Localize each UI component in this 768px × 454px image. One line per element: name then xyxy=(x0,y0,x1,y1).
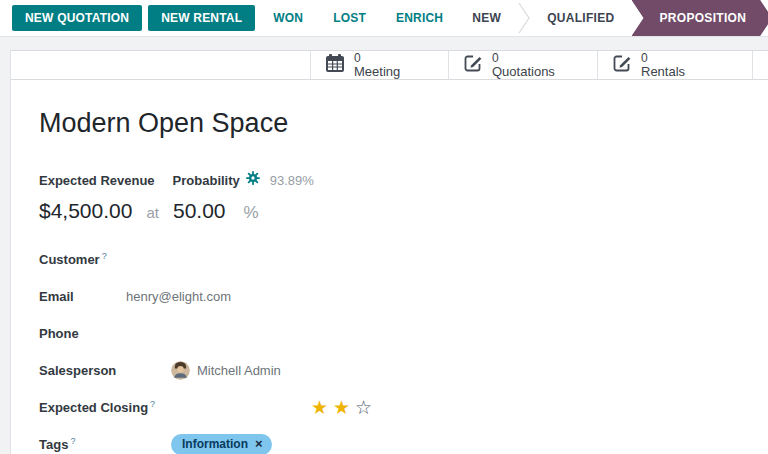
edit-document-icon xyxy=(463,53,483,77)
star-icon[interactable]: ☆ xyxy=(355,398,372,417)
opportunity-title[interactable]: Modern Open Space xyxy=(39,108,748,139)
lost-button[interactable]: LOST xyxy=(321,5,378,31)
salesperson-label: Salesperson xyxy=(39,363,171,378)
rentals-label: Rentals xyxy=(641,65,685,79)
revenue-labels-row: Expected Revenue Probability xyxy=(39,171,748,189)
tags-field-row: Tags? Information × xyxy=(39,432,748,454)
quotations-count: 0 xyxy=(492,51,555,65)
rentals-count: 0 xyxy=(641,51,685,65)
expected-closing-label: Expected Closing? xyxy=(39,399,171,415)
priority-stars: ★ ★ ☆ xyxy=(311,398,372,417)
customer-label: Customer? xyxy=(39,251,126,267)
quotations-label: Quotations xyxy=(492,65,555,79)
statusbar-buttons: NEW QUOTATION NEW RENTAL WON LOST ENRICH xyxy=(12,0,455,36)
gear-icon[interactable] xyxy=(246,171,260,189)
chevron-right-icon xyxy=(518,0,530,36)
form-view: 0 Meeting 0 Quotations xyxy=(10,50,768,454)
star-icon[interactable]: ★ xyxy=(333,398,350,417)
stage-new[interactable]: NEW xyxy=(455,0,518,36)
salesperson-field-row: Salesperson Mitchell Admin xyxy=(39,358,748,382)
tag-remove-icon[interactable]: × xyxy=(255,438,263,449)
stage-pipeline: NEW QUALIFIED PROPOSITION WON xyxy=(455,0,768,36)
help-icon: ? xyxy=(150,399,155,409)
revenue-values-row: $4,500.00 at 50.00 % xyxy=(39,199,748,223)
help-icon: ? xyxy=(102,251,107,261)
probability-auto-value: 93.89% xyxy=(270,173,314,188)
new-rental-button[interactable]: NEW RENTAL xyxy=(148,5,255,31)
phone-field-row: Phone xyxy=(39,321,748,345)
email-input[interactable]: henry@elight.com xyxy=(126,289,231,304)
salesperson-name: Mitchell Admin xyxy=(197,363,281,378)
new-quotation-button[interactable]: NEW QUOTATION xyxy=(12,5,142,31)
statusbar: NEW QUOTATION NEW RENTAL WON LOST ENRICH… xyxy=(0,0,768,37)
probability-input[interactable]: 50.00 xyxy=(173,199,226,223)
customer-field-row: Customer? xyxy=(39,247,748,271)
rentals-stat-button[interactable]: 0 Rentals xyxy=(597,51,753,79)
salesperson-input[interactable]: Mitchell Admin xyxy=(171,361,281,380)
meeting-stat-button[interactable]: 0 Meeting xyxy=(310,51,448,79)
help-icon: ? xyxy=(70,436,75,446)
email-field-row: Email henry@elight.com xyxy=(39,284,748,308)
stat-button-box: 0 Meeting 0 Quotations xyxy=(11,50,768,80)
won-button[interactable]: WON xyxy=(261,5,315,31)
meeting-count: 0 xyxy=(354,51,400,65)
tags-label: Tags? xyxy=(39,436,171,452)
tag-information[interactable]: Information × xyxy=(171,434,272,454)
expected-revenue-input[interactable]: $4,500.00 xyxy=(39,199,132,223)
tag-label: Information xyxy=(182,437,248,451)
expected-revenue-label: Expected Revenue xyxy=(39,173,155,188)
stage-proposition-active[interactable]: PROPOSITION xyxy=(632,0,768,36)
avatar xyxy=(171,361,190,380)
stage-qualified[interactable]: QUALIFIED xyxy=(530,0,631,36)
star-icon[interactable]: ★ xyxy=(311,398,328,417)
email-label: Email xyxy=(39,289,126,304)
calendar-icon xyxy=(325,53,345,77)
edit-document-icon xyxy=(612,53,632,77)
meeting-label: Meeting xyxy=(354,65,400,79)
phone-label: Phone xyxy=(39,326,126,341)
expected-closing-field-row: Expected Closing? ★ ★ ☆ xyxy=(39,395,748,419)
form-sheet: Modern Open Space Expected Revenue Proba… xyxy=(11,80,768,454)
enrich-button[interactable]: ENRICH xyxy=(384,5,455,31)
percent-sign: % xyxy=(244,203,259,223)
at-label: at xyxy=(146,204,159,221)
probability-label: Probability xyxy=(173,173,240,188)
quotations-stat-button[interactable]: 0 Quotations xyxy=(448,51,597,79)
